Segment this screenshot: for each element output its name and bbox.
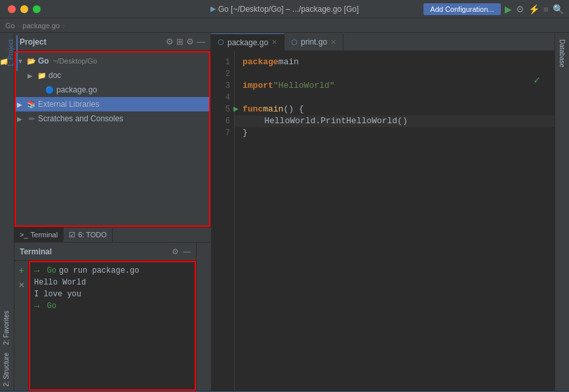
- gear-icon[interactable]: ⚙: [186, 37, 194, 47]
- library-icon: 📚: [26, 99, 37, 109]
- code-line-1: package main: [243, 56, 547, 68]
- tab-printgo[interactable]: ⬡ print.go ✕: [284, 33, 343, 50]
- code-line-3: import "HelloWorld": [243, 80, 547, 92]
- terminal-minus-icon[interactable]: —: [183, 247, 191, 256]
- terminal-tab-icon: >_: [20, 231, 28, 239]
- tree-label-scratches: Scratches and Consoles: [38, 114, 123, 123]
- tree-item-package-go[interactable]: ▶ 🔵 package.go: [14, 83, 210, 97]
- tree-arrow-doc: ▶: [28, 72, 35, 79]
- title-bar: ▶ Go [~/Desktop/Go] – .../package.go [Go…: [0, 0, 569, 18]
- window-controls[interactable]: [8, 5, 41, 13]
- tree-item-doc[interactable]: ▶ 📁 doc: [14, 68, 210, 83]
- title-text-label: Go [~/Desktop/Go] – .../package.go [Go]: [218, 5, 359, 14]
- keyword-import: import: [243, 80, 273, 92]
- tree-arrow-go: ▼: [17, 58, 25, 65]
- database-label[interactable]: Database: [557, 35, 568, 71]
- tab-go-icon-1: ⬡: [218, 38, 224, 47]
- terminal-line-2: Hello World: [34, 277, 191, 288]
- terminal-gear-icon[interactable]: ⚙: [172, 247, 179, 256]
- add-configuration-button[interactable]: Add Configuration...: [423, 3, 500, 15]
- code-content[interactable]: ✓ package main import "HelloWorld" ▶: [235, 51, 555, 391]
- terminal-line-3: I love you: [34, 288, 191, 300]
- go-icon: ▶: [210, 5, 216, 13]
- todo-tab-icon: ☑: [69, 231, 75, 239]
- terminal-line-4: → Go: [34, 300, 191, 312]
- tab-close-printgo[interactable]: ✕: [330, 38, 336, 47]
- vertical-tab-strip: 📁 1: Project 2: Favorites 2: Structure: [0, 33, 14, 391]
- tree-arrow-extlib: ▶: [17, 101, 25, 108]
- terminal-add-icon[interactable]: +: [18, 265, 24, 275]
- coverage-button[interactable]: ⚡: [528, 4, 540, 14]
- tree-item-go-root[interactable]: ▼ 📂 Go ~/Desktop/Go: [14, 54, 210, 68]
- str-helloworld: "HelloWorld": [273, 80, 335, 92]
- terminal-cmd-text: go run package.go: [59, 265, 139, 277]
- checkmark-icon: ✓: [534, 75, 540, 87]
- maximize-button[interactable]: [33, 5, 41, 13]
- tab-label-packagego: package.go: [227, 38, 268, 47]
- project-header-icons: ⚙ ⊞ ⚙ —: [166, 37, 205, 47]
- minimize-button[interactable]: [20, 5, 28, 13]
- search-button[interactable]: 🔍: [553, 4, 564, 14]
- structure-tab[interactable]: 2: Structure: [1, 349, 13, 391]
- terminal-header: Terminal ⚙ —: [14, 243, 196, 261]
- tree-sublabel-go: ~/Desktop/Go: [53, 57, 98, 65]
- tab-close-packagego[interactable]: ✕: [271, 38, 277, 47]
- folder-open-icon: 📂: [26, 56, 37, 66]
- todo-tab[interactable]: ☑ 6: TODO: [64, 227, 113, 242]
- code-printhello: PrintHelloWorld: [321, 115, 397, 127]
- terminal-title: Terminal: [20, 247, 169, 256]
- tab-packagego[interactable]: ⬡ package.go ✕: [211, 33, 284, 50]
- tree-label-doc: doc: [49, 71, 61, 80]
- arrow-icon-1: →: [34, 265, 39, 277]
- terminal-panel: Terminal ⚙ — + ✕: [14, 243, 197, 391]
- arrow-icon-2: →: [34, 300, 39, 312]
- code-indent-6: [244, 115, 264, 127]
- terminal-remove-icon[interactable]: ✕: [18, 281, 25, 290]
- code-closing-brace: }: [243, 127, 248, 139]
- tree-label-extlib: External Libraries: [38, 100, 99, 109]
- tree-item-ext-lib[interactable]: ▶ 📚 External Libraries: [14, 97, 210, 111]
- collapse-icon[interactable]: —: [197, 37, 205, 47]
- terminal-line-1: → Go go run package.go: [34, 265, 191, 277]
- tree-arrow-scratch: ▶: [17, 115, 25, 123]
- left-panel: Project ⚙ ⊞ ⚙ — ▼ 📂 Go ~/Desktop/Go: [14, 33, 211, 391]
- favorites-tab[interactable]: 2: Favorites: [1, 307, 13, 349]
- settings-icon[interactable]: ⚙: [166, 37, 174, 47]
- close-button[interactable]: [8, 5, 16, 13]
- breadcrumb-sep1: ›: [18, 22, 20, 29]
- window-title: ▶ Go [~/Desktop/Go] – .../package.go [Go…: [210, 5, 359, 14]
- project-panel: Project ⚙ ⊞ ⚙ — ▼ 📂 Go ~/Desktop/Go: [14, 33, 211, 227]
- run-arrow-icon[interactable]: ▶: [233, 104, 239, 115]
- terminal-body: → Go go run package.go Hello World I lov…: [29, 261, 196, 391]
- terminal-tab[interactable]: >_ Terminal: [14, 227, 64, 242]
- tab-label-printgo: print.go: [301, 37, 327, 47]
- bottom-left: >_ Terminal ☑ 6: TODO Terminal ⚙ —: [14, 227, 211, 391]
- code-line-2: [243, 68, 547, 80]
- go-file-icon: 🔵: [45, 85, 55, 95]
- keyword-package: package: [243, 56, 279, 68]
- code-editor: 1 2 3 4 5 6 7 ✓ package main: [211, 51, 555, 391]
- database-strip: Database: [555, 33, 569, 391]
- main-layout: 📁 1: Project 2: Favorites 2: Structure P…: [0, 33, 569, 391]
- go-label-1: Go: [42, 265, 56, 277]
- breadcrumb-packagego[interactable]: package.go: [22, 22, 60, 29]
- code-line-7: }: [243, 127, 547, 139]
- tree-item-scratches[interactable]: ▶ ✏ Scratches and Consoles: [14, 111, 210, 126]
- run-button[interactable]: ▶: [505, 4, 512, 14]
- breadcrumb-go[interactable]: Go: [5, 22, 15, 29]
- code-dot: .: [315, 115, 321, 127]
- terminal-sidebar: + ✕: [14, 261, 29, 391]
- file-tree: ▼ 📂 Go ~/Desktop/Go ▶ 📁 doc ▶ 🔵 package.…: [14, 51, 210, 227]
- tree-label-go: Go: [38, 56, 49, 66]
- expand-icon[interactable]: ⊞: [176, 37, 184, 47]
- line-numbers: 1 2 3 4 5 6 7: [211, 51, 235, 391]
- func-main: main: [263, 104, 283, 115]
- todo-tab-label: 6: TODO: [78, 231, 107, 239]
- breadcrumb: Go › package.go ›: [0, 18, 569, 33]
- stop-button[interactable]: ■: [543, 4, 549, 14]
- code-helloworld: HelloWorld: [264, 115, 315, 127]
- editor-area: ⬡ package.go ✕ ⬡ print.go ✕ 1 2 3 4 5 6 …: [211, 33, 555, 391]
- debug-button[interactable]: ⚙: [516, 4, 524, 14]
- terminal-output-2: I love you: [34, 288, 81, 300]
- terminal-output-1: Hello World: [34, 277, 86, 288]
